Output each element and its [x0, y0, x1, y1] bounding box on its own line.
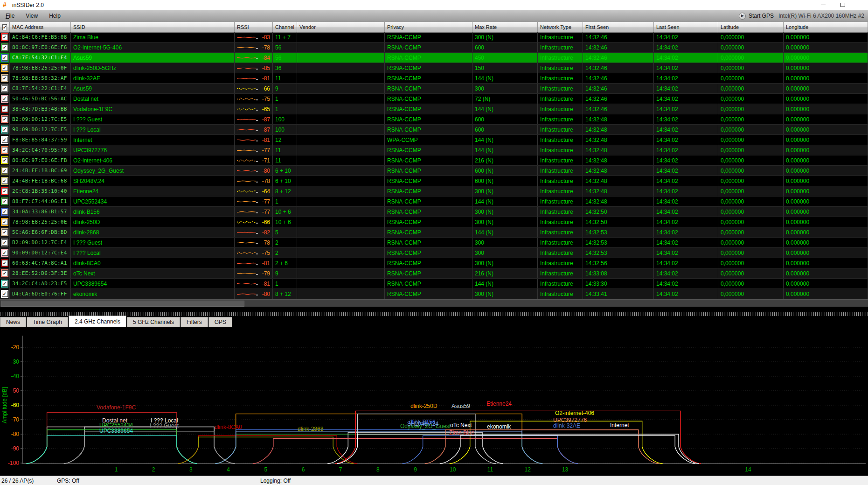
- tab-filters[interactable]: Filters: [181, 317, 208, 327]
- row-checkbox[interactable]: ✓: [2, 168, 8, 174]
- rssi-cell: -66: [235, 217, 273, 227]
- column-header-latitude[interactable]: Latitude: [718, 22, 784, 32]
- menu-file[interactable]: File: [0, 11, 20, 21]
- row-checkbox[interactable]: ✓: [2, 137, 8, 143]
- row-checkbox[interactable]: ✓: [2, 250, 8, 256]
- table-row[interactable]: ✓34:2C:C4:AD:23:F5UPC3389654-811RSNA-CCM…: [0, 279, 868, 289]
- tab-time-graph[interactable]: Time Graph: [27, 317, 68, 327]
- row-checkbox[interactable]: ✓: [2, 157, 8, 163]
- column-header-rssi[interactable]: RSSI: [235, 22, 273, 32]
- column-header-ssid[interactable]: SSID: [71, 22, 235, 32]
- row-checkbox[interactable]: ✓: [2, 270, 8, 276]
- column-header-first-seen[interactable]: First Seen: [583, 22, 654, 32]
- column-header-privacy[interactable]: Privacy: [385, 22, 472, 32]
- row-checkbox[interactable]: ✓: [2, 219, 8, 225]
- row-checkbox[interactable]: ✓: [2, 209, 8, 215]
- longitude-cell: 0,000000: [784, 176, 868, 186]
- row-checkbox[interactable]: ✓: [2, 96, 8, 102]
- table-row[interactable]: ✓78:98:E8:25:25:0Edlink-250D-6610 + 6RSN…: [0, 217, 868, 227]
- y-tick-label: -80: [11, 431, 20, 437]
- rssi-value: -80: [262, 291, 270, 297]
- rssi-sparkline: [237, 199, 258, 204]
- row-checkbox[interactable]: ✓: [2, 260, 8, 266]
- row-checkbox[interactable]: ✓: [2, 65, 8, 71]
- row-checkbox[interactable]: ✓: [2, 239, 8, 246]
- row-checkbox[interactable]: ✓: [2, 147, 8, 153]
- network-type-cell: Infrastructure: [538, 279, 583, 288]
- rssi-cell: -80: [235, 289, 273, 299]
- table-row[interactable]: ✓90:09:D0:12:7C:E5I ??? Local-87100RSNA-…: [0, 125, 868, 135]
- column-header-last-seen[interactable]: Last Seen: [654, 22, 718, 32]
- select-all-checkbox-header[interactable]: ✓: [0, 22, 10, 32]
- column-header-network-type[interactable]: Network Type: [538, 22, 583, 32]
- first-seen-cell: 14:32:48: [583, 176, 654, 186]
- tab-gps[interactable]: GPS: [208, 317, 232, 327]
- table-row[interactable]: ✓90:09:D0:12:7C:E4I ??? Local-752RSNA-CC…: [0, 248, 868, 258]
- row-checkbox[interactable]: ✓: [2, 116, 8, 122]
- channel-cell: 10 + 6: [273, 207, 297, 217]
- horizontal-scrollbar[interactable]: [0, 299, 868, 307]
- table-row[interactable]: ✓88:F7:C7:44:06:E1UPC2552434-771RSNA-CCM…: [0, 197, 868, 207]
- longitude-cell: 0,000000: [784, 155, 868, 165]
- start-gps-button[interactable]: ▶ Start GPS: [739, 13, 774, 20]
- table-row[interactable]: ✓C8:7F:54:22:C1:E4Asus59-669RSNA-CCMP300…: [0, 84, 868, 94]
- table-row[interactable]: ✓2C:C8:1B:35:10:40Etienne24-648 + 12RSNA…: [0, 186, 868, 197]
- tab-2-4-ghz-channels[interactable]: 2.4 GHz Channels: [69, 316, 126, 327]
- table-row[interactable]: ✓5C:A6:E6:6F:DB:BDdlink-2868-825RSNA-CCM…: [0, 227, 868, 238]
- row-checkbox[interactable]: ✓: [2, 229, 8, 235]
- table-row[interactable]: ✓60:63:4C:7A:8C:A1dlink-8CA0-812 + 6RSNA…: [0, 258, 868, 268]
- tab-5-ghz-channels[interactable]: 5 GHz Channels: [127, 317, 180, 327]
- table-row[interactable]: ✓D4:CA:6D:E0:76:FFekonomik-808 + 12RSNA-…: [0, 289, 868, 299]
- menu-help[interactable]: Help: [43, 11, 66, 21]
- table-row[interactable]: ✓80:8C:97:E0:6E:F6O2-internet-5G-406-785…: [0, 42, 868, 53]
- scrollbar-thumb[interactable]: [1, 301, 244, 307]
- menu-view[interactable]: View: [20, 11, 43, 21]
- ssid-cell: oTc Next: [71, 268, 235, 278]
- table-row[interactable]: ✓50:46:5D:BC:56:ACDostal net-751RSNA-CCM…: [0, 94, 868, 104]
- table-row[interactable]: ✓F8:8E:85:84:37:59Internet-8112WPA-CCMP1…: [0, 135, 868, 145]
- table-row[interactable]: ✓38:43:7D:E3:48:BBVodafone-1F9C-651RSNA-…: [0, 104, 868, 114]
- row-checkbox[interactable]: ✓: [2, 85, 8, 91]
- row-checkbox[interactable]: ✓: [2, 55, 8, 61]
- column-header-vendor[interactable]: Vendor: [297, 22, 385, 32]
- column-header-channel[interactable]: Channel: [273, 22, 297, 32]
- vendor-cell: [297, 248, 385, 258]
- rssi-cell: -85: [235, 63, 273, 73]
- row-checkbox[interactable]: ✓: [2, 106, 8, 112]
- table-row[interactable]: ✓24:4B:FE:1B:BC:69Odyssey_2G_Guest-806 +…: [0, 166, 868, 176]
- column-header-max-rate[interactable]: Max Rate: [472, 22, 538, 32]
- row-checkbox[interactable]: ✓: [2, 44, 8, 50]
- minimize-button[interactable]: [816, 1, 830, 8]
- row-checkbox[interactable]: ✓: [2, 34, 8, 40]
- table-row[interactable]: ✓80:8C:97:E0:6E:FBO2-internet-406-7111RS…: [0, 155, 868, 166]
- row-checkbox[interactable]: ✓: [2, 178, 8, 184]
- table-row[interactable]: ✓24:4B:FE:1B:BC:68SH2048V.24-786 + 10RSN…: [0, 176, 868, 186]
- privacy-cell: RSNA-CCMP: [385, 145, 472, 155]
- column-header-longitude[interactable]: Longitude: [784, 22, 868, 32]
- longitude-cell: 0,000000: [784, 279, 868, 288]
- table-row[interactable]: ✓78:98:E8:25:25:0Fdlink-250D-5GHz-8536RS…: [0, 63, 868, 73]
- row-checkbox[interactable]: ✓: [2, 281, 8, 287]
- maximize-button[interactable]: [836, 1, 850, 8]
- row-checkbox[interactable]: ✓: [2, 291, 8, 297]
- row-checkbox[interactable]: ✓: [2, 188, 8, 194]
- table-row[interactable]: ✓B2:09:D0:12:7C:E4I ??? Guest-782RSNA-CC…: [0, 238, 868, 248]
- table-row[interactable]: ✓28:EE:52:D6:3F:3EoTc Next-799RSNA-CCMP2…: [0, 268, 868, 279]
- network-curve-i-guest: [64, 431, 235, 464]
- table-row[interactable]: ✓78:98:E8:56:32:AFdlink-32AE-8111RSNA-CC…: [0, 73, 868, 84]
- row-checkbox[interactable]: ✓: [2, 127, 8, 133]
- column-header-mac-address[interactable]: MAC Address: [10, 22, 71, 32]
- table-row[interactable]: ✓CA:7F:54:32:C1:E4Asus59-8456RSNA-CCMP45…: [0, 53, 868, 63]
- wifi-adapter-select[interactable]: Intel(R) Wi-Fi 6 AX200 160MHz #2: [778, 13, 864, 19]
- table-row[interactable]: ✓AC:84:C6:FE:B5:08Zima Blue-8311 + 7RSNA…: [0, 32, 868, 42]
- tab-news[interactable]: News: [0, 317, 26, 327]
- row-checkbox[interactable]: ✓: [2, 198, 8, 204]
- title-bar: # inSSIDer 2.0: [0, 0, 868, 10]
- splitter-handle[interactable]: [0, 312, 868, 316]
- first-seen-cell: 14:32:46: [583, 32, 654, 42]
- table-row[interactable]: ✓B2:09:D0:12:7C:E5I ??? Guest-87100RSNA-…: [0, 114, 868, 125]
- channel-cell: 2: [273, 248, 297, 258]
- table-row[interactable]: ✓34:2C:C4:70:95:78UPC3972776-7711RSNA-CC…: [0, 145, 868, 155]
- row-checkbox[interactable]: ✓: [2, 75, 8, 81]
- table-row[interactable]: ✓34:0A:33:86:B1:57dlink-B156-7710 + 6RSN…: [0, 207, 868, 217]
